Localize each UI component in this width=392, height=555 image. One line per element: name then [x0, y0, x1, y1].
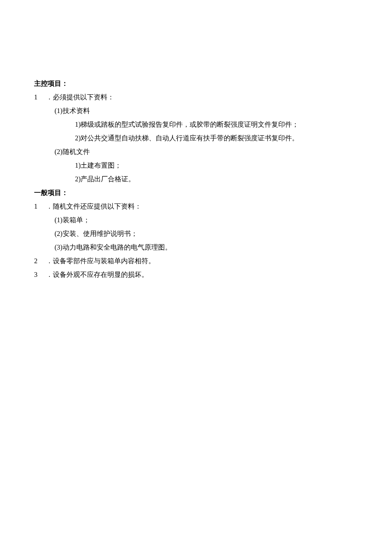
- section2-item1-sub2: (2)安装、使用维护说明书；: [34, 227, 358, 241]
- item-number: 2: [34, 254, 46, 268]
- section2-item1: 1．随机文件还应提供以下资料：: [34, 200, 358, 213]
- section1-item1-sub2-line2: 2)产品出厂合格证。: [34, 172, 358, 186]
- section1-item1-sub1-label: (1)技术资料: [34, 104, 358, 118]
- section1-item1-sub1-line1: 1)梯级或踏板的型式试验报告复印件，或胶带的断裂强度证明文件复印件；: [34, 118, 358, 131]
- section2-item3: 3．设备外观不应存在明显的损坏。: [34, 268, 358, 282]
- section1-item1: 1．必须提供以下资料：: [34, 90, 358, 104]
- item-number: 1: [34, 90, 46, 104]
- item-number: 3: [34, 268, 46, 282]
- item-text: ．设备零部件应与装箱单内容相符。: [46, 257, 155, 264]
- section1-heading: 主控项目：: [34, 77, 358, 90]
- section1-item1-sub2-label: (2)随机文件: [34, 145, 358, 159]
- section1-item1-sub2-line1: 1)土建布置图；: [34, 159, 358, 172]
- section2-item2: 2．设备零部件应与装箱单内容相符。: [34, 254, 358, 268]
- item-text: ．设备外观不应存在明显的损坏。: [46, 271, 148, 278]
- item-text: ．随机文件还应提供以下资料：: [46, 203, 141, 210]
- section2-item1-sub1: (1)装箱单；: [34, 213, 358, 227]
- section2-item1-sub3: (3)动力电路和安全电路的电气原理图。: [34, 241, 358, 254]
- item-number: 1: [34, 200, 46, 213]
- item-text: ．必须提供以下资料：: [46, 93, 114, 101]
- section1-item1-sub1-line2: 2)对公共交通型自动扶梯、自动人行道应有扶手带的断裂强度证书复印件。: [34, 131, 358, 145]
- section2-heading: 一般项目：: [34, 186, 358, 200]
